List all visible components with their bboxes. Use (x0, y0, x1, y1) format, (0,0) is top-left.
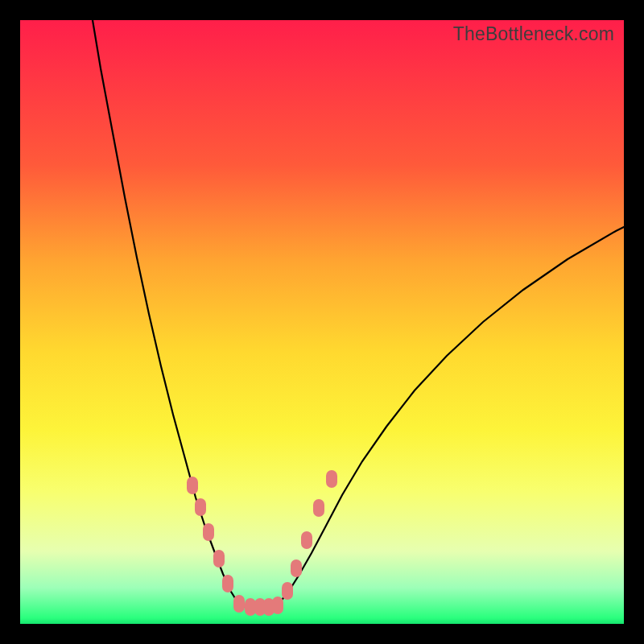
chart-frame: TheBottleneck.com (20, 20, 624, 624)
threshold-dot (213, 550, 225, 568)
bottleneck-curve-plot (20, 20, 624, 624)
threshold-dot (313, 499, 324, 517)
threshold-dot (233, 595, 245, 613)
threshold-dot (301, 531, 312, 549)
threshold-dot (195, 498, 206, 516)
curve-left-branch (93, 20, 239, 605)
threshold-markers (187, 470, 337, 616)
threshold-dot (272, 597, 283, 614)
threshold-dot (245, 598, 256, 616)
threshold-dot (203, 523, 214, 541)
threshold-dot (291, 559, 302, 577)
threshold-dot (282, 582, 293, 600)
curve-right-branch (278, 227, 624, 605)
threshold-dot (222, 575, 233, 592)
curve-group (93, 20, 624, 608)
threshold-dot (326, 470, 337, 488)
threshold-dot (187, 477, 198, 494)
